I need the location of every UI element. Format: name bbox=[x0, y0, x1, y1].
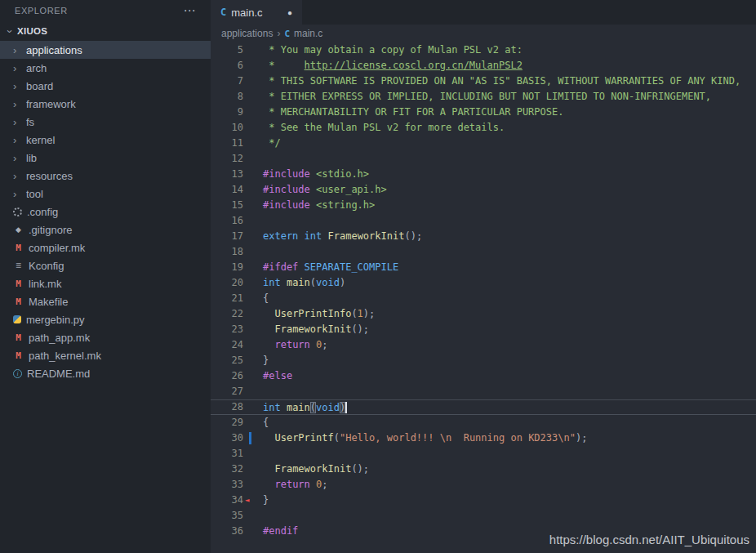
item-label: applications bbox=[26, 44, 82, 56]
item-label: arch bbox=[26, 62, 47, 74]
gutter: 9 bbox=[211, 105, 263, 120]
line-number: 27 bbox=[211, 384, 243, 399]
explorer-header: EXPLORER ⋯ bbox=[0, 0, 211, 21]
code-line-27: 27 bbox=[211, 384, 756, 399]
code-text: * See the Mulan PSL v2 for more details. bbox=[263, 120, 505, 136]
sidebar-item-fs[interactable]: ›fs bbox=[0, 113, 211, 131]
workspace-section-header[interactable]: › XIUOS bbox=[0, 21, 211, 41]
makefile-icon: M bbox=[13, 297, 24, 307]
gutter: 24 bbox=[211, 337, 263, 353]
item-label: link.mk bbox=[29, 278, 61, 290]
code-line-11: 11 */ bbox=[211, 136, 756, 151]
sidebar-item-path-app-mk[interactable]: Mpath_app.mk bbox=[0, 328, 211, 346]
gutter: 5 bbox=[211, 42, 263, 58]
breadcrumb-item-applications[interactable]: applications bbox=[221, 28, 273, 39]
modified-dot-icon[interactable]: ● bbox=[287, 8, 292, 17]
line-number: 5 bbox=[211, 42, 243, 58]
sidebar-item-arch[interactable]: ›arch bbox=[0, 59, 211, 77]
file-tree: ›applications›arch›board›framework›fs›ke… bbox=[0, 41, 211, 553]
line-number: 26 bbox=[211, 368, 243, 384]
sidebar-item-gitignore[interactable]: ◆.gitignore bbox=[0, 221, 211, 239]
chevron-right-icon: › bbox=[13, 98, 22, 110]
editor-area: C main.c ● applications › C main.c 5 * Y… bbox=[211, 0, 756, 553]
code-line-15: 15#include <string.h> bbox=[211, 198, 756, 213]
item-label: kernel bbox=[26, 134, 55, 146]
gutter: 12 bbox=[211, 151, 263, 167]
code-line-5: 5 * You may obtain a copy of Mulan PSL v… bbox=[211, 42, 756, 58]
gutter: 22 bbox=[211, 306, 263, 322]
gutter: 32 bbox=[211, 462, 263, 477]
code-line-31: 31 bbox=[211, 446, 756, 462]
sidebar-item-path-kernel-mk[interactable]: Mpath_kernel.mk bbox=[0, 346, 211, 364]
python-icon bbox=[13, 315, 21, 323]
code-line-8: 8 * EITHER EXPRESS OR IMPLIED, INCLUDING… bbox=[211, 89, 756, 105]
line-number: 9 bbox=[211, 105, 243, 120]
c-file-icon: C bbox=[220, 7, 226, 18]
gutter: 28 bbox=[211, 399, 263, 415]
code-line-14: 14#include <user_api.h> bbox=[211, 182, 756, 198]
code-text: #include <string.h> bbox=[263, 198, 375, 213]
code-text: FrameworkInit(); bbox=[263, 322, 369, 337]
sidebar-item-config[interactable]: .config bbox=[0, 203, 211, 221]
line-number: 31 bbox=[211, 446, 243, 462]
item-label: .config bbox=[27, 206, 58, 218]
code-line-35: 35 bbox=[211, 508, 756, 524]
gutter: 16 bbox=[211, 213, 263, 229]
gutter: 20 bbox=[211, 275, 263, 291]
gutter: 34◄ bbox=[211, 493, 263, 508]
tab-main-c[interactable]: C main.c ● bbox=[211, 0, 302, 25]
item-label: board bbox=[26, 80, 53, 92]
line-number: 20 bbox=[211, 275, 243, 291]
item-label: Kconfig bbox=[29, 260, 64, 272]
code-text: * EITHER EXPRESS OR IMPLIED, INCLUDING B… bbox=[263, 89, 711, 105]
code-line-23: 23 FrameworkInit(); bbox=[211, 322, 756, 337]
chevron-right-icon: › bbox=[13, 170, 22, 182]
code-line-29: 29{ bbox=[211, 415, 756, 430]
code-text: * MERCHANTABILITY OR FIT FOR A PARTICULA… bbox=[263, 105, 563, 120]
line-number: 34 bbox=[211, 493, 243, 508]
code-line-17: 17extern int FrameworkInit(); bbox=[211, 229, 756, 244]
chevron-right-icon: › bbox=[13, 152, 22, 164]
line-number: 8 bbox=[211, 89, 243, 105]
sidebar-item-board[interactable]: ›board bbox=[0, 77, 211, 95]
line-number: 22 bbox=[211, 306, 243, 322]
sidebar-item-tool[interactable]: ›tool bbox=[0, 185, 211, 203]
sidebar-item-kconfig[interactable]: ≡Kconfig bbox=[0, 256, 211, 274]
code-text: #ifdef SEPARATE_COMPILE bbox=[263, 260, 398, 275]
code-line-21: 21{ bbox=[211, 291, 756, 306]
line-number: 11 bbox=[211, 136, 243, 151]
item-label: path_app.mk bbox=[29, 332, 90, 344]
gutter: 7 bbox=[211, 74, 263, 89]
code-area[interactable]: 5 * You may obtain a copy of Mulan PSL v… bbox=[211, 42, 756, 553]
sidebar-item-resources[interactable]: ›resources bbox=[0, 167, 211, 185]
code-text: return 0; bbox=[263, 337, 328, 353]
chevron-right-icon: › bbox=[13, 44, 22, 56]
sidebar-item-compiler-mk[interactable]: Mcompiler.mk bbox=[0, 239, 211, 256]
more-actions-button[interactable]: ⋯ bbox=[183, 3, 196, 18]
chevron-right-icon: › bbox=[13, 188, 22, 200]
line-number: 23 bbox=[211, 322, 243, 337]
sidebar-item-mergebin-py[interactable]: mergebin.py bbox=[0, 310, 211, 328]
line-number: 6 bbox=[211, 58, 243, 74]
breadcrumb-item-main-c[interactable]: main.c bbox=[294, 28, 322, 39]
gutter: 27 bbox=[211, 384, 263, 399]
line-number: 15 bbox=[211, 198, 243, 213]
line-number: 10 bbox=[211, 120, 243, 136]
gutter: 35 bbox=[211, 508, 263, 524]
sidebar-item-framework[interactable]: ›framework bbox=[0, 95, 211, 113]
item-label: path_kernel.mk bbox=[29, 350, 101, 362]
code-line-9: 9 * MERCHANTABILITY OR FIT FOR A PARTICU… bbox=[211, 105, 756, 120]
line-number: 17 bbox=[211, 229, 243, 244]
code-text: } bbox=[263, 353, 269, 368]
sidebar-item-lib[interactable]: ›lib bbox=[0, 149, 211, 167]
sidebar-item-makefile[interactable]: MMakefile bbox=[0, 292, 211, 310]
code-text: * THIS SOFTWARE IS PROVIDED ON AN "AS IS… bbox=[263, 74, 740, 89]
sidebar-item-link-mk[interactable]: Mlink.mk bbox=[0, 274, 211, 292]
item-label: resources bbox=[26, 170, 73, 182]
line-number: 33 bbox=[211, 477, 243, 493]
sidebar-item-kernel[interactable]: ›kernel bbox=[0, 131, 211, 149]
code-text: #include <user_api.h> bbox=[263, 182, 387, 198]
sidebar-item-applications[interactable]: ›applications bbox=[0, 41, 211, 59]
sidebar-item-readme-md[interactable]: iREADME.md bbox=[0, 364, 211, 382]
chevron-right-icon: › bbox=[13, 80, 22, 92]
